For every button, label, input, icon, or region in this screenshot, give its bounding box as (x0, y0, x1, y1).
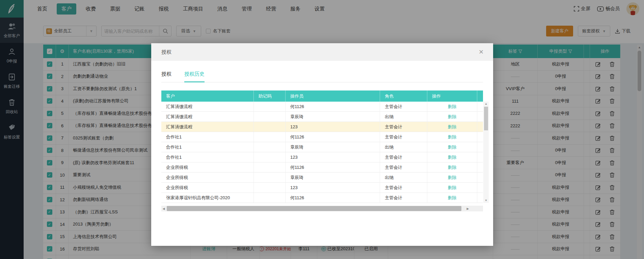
history-customer: 张家港厚谊针织品有限公司-2020 (161, 193, 254, 203)
history-operator: 章辰琦 (286, 142, 380, 152)
history-role: 出纳 (380, 112, 427, 122)
history-row: 合作社1何1126主管会计删除 (161, 132, 483, 142)
history-table-body: 汇算清缴流程何1126主管会计删除汇算清缴流程章辰琦出纳删除汇算清缴流程123主… (161, 102, 483, 203)
modal-scrollbar-thumb[interactable] (484, 107, 488, 130)
history-customer: 汇算清缴流程 (161, 102, 254, 111)
delete-link[interactable]: 删除 (448, 185, 457, 191)
history-role: 出纳 (380, 142, 427, 152)
column-customer: 客户 (161, 90, 254, 102)
history-row: 张家港厚谊针织品有限公司-2020何1126主管会计删除 (161, 193, 483, 203)
history-role: 主管会计 (380, 193, 427, 203)
delete-link[interactable]: 删除 (448, 114, 457, 120)
history-row: 汇算清缴流程何1126主管会计删除 (161, 102, 483, 112)
delete-link[interactable]: 删除 (448, 154, 457, 160)
history-mnemonic (254, 102, 286, 111)
history-mnemonic (254, 152, 286, 162)
history-customer: 合作社1 (161, 152, 254, 162)
history-mnemonic (254, 122, 286, 132)
history-mnemonic (254, 183, 286, 192)
history-role: 主管会计 (380, 132, 427, 142)
history-mnemonic (254, 112, 286, 122)
history-role: 主管会计 (380, 183, 427, 192)
history-mnemonic (254, 173, 286, 182)
history-row: 企业所得税章辰琦出纳删除 (161, 173, 483, 183)
history-operator: 章辰琦 (286, 112, 380, 122)
scroll-up-icon[interactable]: ▲ (483, 102, 489, 106)
history-customer: 企业所得税 (161, 162, 254, 172)
column-role: 角色 (380, 90, 427, 102)
delete-link[interactable]: 删除 (448, 195, 457, 201)
delete-link[interactable]: 删除 (448, 134, 457, 140)
modal-horizontal-scrollbar[interactable]: ◀ ▶ (161, 206, 483, 211)
tab-authorization[interactable]: 授权 (161, 71, 171, 82)
history-operator: 123 (286, 122, 380, 132)
history-row: 企业所得税123主管会计删除 (161, 183, 483, 193)
tab-authorization-history[interactable]: 授权历史 (184, 71, 205, 82)
history-table-header: 客户 助记码 操作员 角色 操作 (161, 90, 483, 102)
column-operator: 操作员 (286, 90, 380, 102)
history-operator: 章辰琦 (286, 173, 380, 182)
history-customer: 企业所得税 (161, 183, 254, 192)
history-mnemonic (254, 193, 286, 203)
modal-title: 授权 (161, 49, 171, 55)
history-row: 合作社1章辰琦出纳删除 (161, 142, 483, 152)
delete-link[interactable]: 删除 (448, 164, 457, 171)
scroll-down-icon[interactable]: ▼ (483, 198, 489, 203)
history-operator: 123 (286, 152, 380, 162)
delete-link[interactable]: 删除 (448, 144, 457, 150)
history-operator: 何1126 (286, 162, 380, 172)
modal-header: 授权 ✕ (151, 43, 493, 61)
history-row: 合作社1123主管会计删除 (161, 152, 483, 162)
close-icon[interactable]: ✕ (479, 48, 484, 56)
scroll-left-icon[interactable]: ◀ (161, 206, 166, 211)
history-operator: 何1126 (286, 193, 380, 203)
history-operator: 123 (286, 183, 380, 192)
history-operator: 何1126 (286, 102, 380, 111)
history-mnemonic (254, 162, 286, 172)
history-role: 出纳 (380, 173, 427, 182)
delete-link[interactable]: 删除 (448, 124, 457, 130)
authorization-modal: 授权 ✕ 授权 授权历史 客户 助记码 操作员 角色 操作 汇算清缴流程何112… (151, 43, 493, 246)
history-customer: 汇算清缴流程 (161, 122, 254, 132)
delete-link[interactable]: 删除 (448, 175, 457, 181)
history-customer: 企业所得税 (161, 173, 254, 182)
history-role: 主管会计 (380, 162, 427, 172)
column-mnemonic: 助记码 (254, 90, 286, 102)
history-role: 主管会计 (380, 122, 427, 132)
history-row: 汇算清缴流程123主管会计删除 (161, 122, 483, 132)
modal-vertical-scrollbar[interactable]: ▲ ▼ (483, 102, 489, 203)
history-customer: 合作社1 (161, 132, 254, 142)
authorization-history-table: 客户 助记码 操作员 角色 操作 汇算清缴流程何1126主管会计删除汇算清缴流程… (161, 90, 483, 203)
modal-hscrollbar-thumb[interactable] (167, 206, 461, 211)
history-role: 主管会计 (380, 152, 427, 162)
column-action: 操作 (427, 90, 477, 102)
history-role: 主管会计 (380, 102, 427, 111)
history-customer: 汇算清缴流程 (161, 112, 254, 122)
history-mnemonic (254, 142, 286, 152)
history-customer: 合作社1 (161, 142, 254, 152)
history-row: 汇算清缴流程章辰琦出纳删除 (161, 112, 483, 122)
scroll-right-icon[interactable]: ▶ (465, 206, 470, 211)
history-mnemonic (254, 132, 286, 142)
delete-link[interactable]: 删除 (448, 104, 457, 110)
history-row: 企业所得税何1126主管会计删除 (161, 162, 483, 173)
modal-tabs: 授权 授权历史 (161, 71, 483, 82)
history-operator: 何1126 (286, 132, 380, 142)
